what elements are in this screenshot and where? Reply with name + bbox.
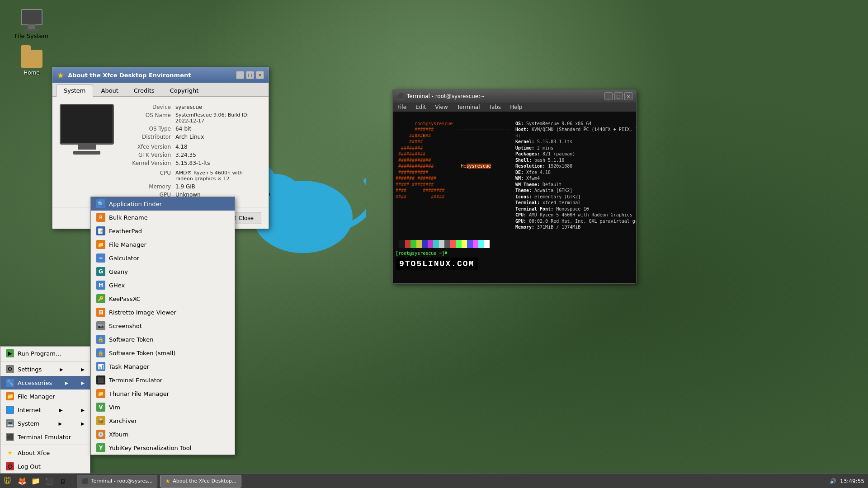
quicklaunch-terminal[interactable]: ⬛ [43,475,56,488]
acc-item-software-token-small[interactable]: 🔒 Software Token (small) [91,346,235,360]
terminal-close[interactable]: ✕ [624,92,632,100]
info-cpu: CPU AMD® Ryzen 5 4600h with radeon graph… [121,170,261,182]
terminal-menu-file[interactable]: File [393,103,411,112]
terminal-emulator-icon: ⬛ [96,375,105,385]
software-token-icon: 🔒 [96,335,105,344]
menu-run-program[interactable]: ▶ Run Program... [0,347,90,360]
terminal-menu-view[interactable]: View [430,103,452,112]
acc-item-thunar[interactable]: 📁 Thunar File Manager [91,387,235,400]
quicklaunch-file-manager[interactable]: 📁 [29,475,42,488]
swatch-5 [428,240,434,248]
dialog-system-content: Device sysrescue OS Name SystemRescue 9.… [52,97,269,207]
value-xfce-version: 4.18 [175,144,188,150]
tab-copyright[interactable]: Copyright [162,84,207,96]
yubikey-label: YubiKey Personalization Tool [109,445,191,451]
acc-item-screenshot[interactable]: 📷 Screenshot [91,319,235,333]
menu-log-out[interactable]: ⏻ Log Out [0,460,90,473]
xfce-logo-icon: ★ [57,70,64,80]
terminal-minimize[interactable]: _ [604,92,613,100]
acc-item-xfburn[interactable]: 💿 Xfburn [91,427,235,441]
menu-accessories[interactable]: 🔧 Accessories ▶ [0,376,90,389]
neofetch-memory: Memory: 371MiB / 1974MiB [515,225,581,230]
quicklaunch-firefox[interactable]: 🦊 [16,475,28,488]
terminal-content[interactable]: root@sysrescue ####### -----------------… [393,112,636,283]
minimize-button[interactable]: _ [236,71,244,79]
label-os-name: OS Name [121,112,175,124]
tab-about[interactable]: About [93,84,126,96]
acc-item-keepassxc[interactable]: 🔑 KeePassXC [91,292,235,305]
terminal-menu-help[interactable]: Help [505,103,527,112]
site-banner-text: 9TO5LINUX.COM [399,259,474,268]
menu-settings[interactable]: ⚙ Settings ▶ [0,362,90,376]
terminal-menu-edit[interactable]: Edit [411,103,430,112]
ghex-label: GHex [109,282,125,289]
acc-item-software-token[interactable]: 🔒 Software Token [91,333,235,346]
terminal-menu-terminal[interactable]: Terminal [453,103,485,112]
acc-item-app-finder[interactable]: 🔍 Application Finder [91,197,235,211]
filesystem-icon [21,9,42,25]
bulk-rename-label: Bulk Rename [109,214,148,221]
accessories-label: Accessories [18,380,52,386]
maximize-button[interactable]: □ [246,71,254,79]
terminal-menu-tabs[interactable]: Tabs [485,103,506,112]
acc-item-galculator[interactable]: = Galculator [91,251,235,265]
accessories-submenu: 🔍 Application Finder R Bulk Rename 📝 Fea… [90,197,235,455]
system-info-table: Device sysrescue OS Name SystemRescue 9.… [121,104,261,200]
acc-item-geany[interactable]: G Geany [91,265,235,278]
swatch-15 [484,240,490,248]
acc-item-xarchiver[interactable]: 📦 Xarchiver [91,414,235,427]
color-swatches-row [399,240,633,248]
terminal-task-icon: ⬛ [82,478,89,484]
neofetch-kernel: Kernel: 5.15.83-1-lts [515,139,572,144]
about-xfce-titlebar: ★ About the Xfce Desktop Environment _ □… [52,67,269,83]
acc-item-vim[interactable]: V Vim [91,400,235,414]
file-manager-menu-icon: 📁 [6,392,14,400]
titlebar-left: ★ About the Xfce Desktop Environment [57,70,191,80]
swatch-9 [450,240,456,248]
desktop-icon-home[interactable]: Home [14,50,50,76]
taskbar-window-about-xfce[interactable]: ★ About the Xfce Desktop... [160,475,241,488]
terminal-emulator-label: Terminal Emulator [109,377,162,384]
settings-arrow: ▶ [60,367,63,372]
acc-item-bulk-rename[interactable]: R Bulk Rename [91,211,235,224]
terminal-maximize[interactable]: □ [614,92,623,100]
terminal-menu-bar: File Edit View Terminal Tabs Help [393,103,636,112]
menu-system[interactable]: 💻 System ▶ [0,417,90,430]
terminal-titlebar: ⬛ Terminal - root@sysrescue:~ _ □ ✕ [393,90,636,103]
swatch-10 [456,240,462,248]
menu-about-xfce[interactable]: ★ About Xfce [0,446,90,460]
quicklaunch-monitor[interactable]: 🖥 [57,475,69,488]
system-logo [60,104,114,200]
acc-item-ghex[interactable]: H GHex [91,278,235,292]
ristretto-label: Ristretto Image Viewer [109,309,176,316]
acc-item-file-manager[interactable]: 📁 File Manager [91,238,235,251]
monitor-display [60,104,114,145]
value-device: sysrescue [175,104,203,110]
label-device: Device [121,104,175,110]
menu-internet[interactable]: 🌐 Internet ▶ [0,403,90,417]
swatch-7 [439,240,445,248]
close-dialog-button[interactable]: ✕ [256,71,264,79]
neofetch-host: Host: KVM/QEMU (Standard PC (i440FX + PI… [515,127,636,132]
acc-item-task-manager[interactable]: 📊 Task Manager [91,360,235,373]
volume-icon[interactable]: 🔊 [830,478,836,484]
acc-item-yubikey[interactable]: Y YubiKey Personalization Tool [91,441,235,455]
tab-system[interactable]: System [56,84,93,97]
desktop-icon-filesystem[interactable]: File System [14,9,50,39]
tab-credits[interactable]: Credits [126,84,162,96]
terminal-prompt: [root@sysrescue ~]# [396,251,450,256]
home-folder-icon [21,50,42,68]
neofetch-os: OS: SystemRescue 9.06 x86_64 [515,121,592,126]
acc-item-featherpad[interactable]: 📝 FeatherPad [91,224,235,238]
swatch-13 [473,240,479,248]
xfburn-label: Xfburn [109,431,128,438]
acc-item-ristretto[interactable]: 🖼 Ristretto Image Viewer [91,305,235,319]
terminal-quick-icon: ⬛ [45,478,53,485]
menu-file-manager[interactable]: 📁 File Manager [0,389,90,403]
menu-terminal-emulator[interactable]: ⬛ Terminal Emulator [0,430,90,444]
taskbar-window-terminal[interactable]: ⬛ Terminal - root@sysres... [77,475,158,488]
filesystem-label: File System [15,33,48,39]
acc-item-terminal-emulator[interactable]: ⬛ Terminal Emulator [91,373,235,387]
galculator-icon: = [96,253,105,263]
app-menu-button[interactable]: 🐭 [0,475,15,488]
